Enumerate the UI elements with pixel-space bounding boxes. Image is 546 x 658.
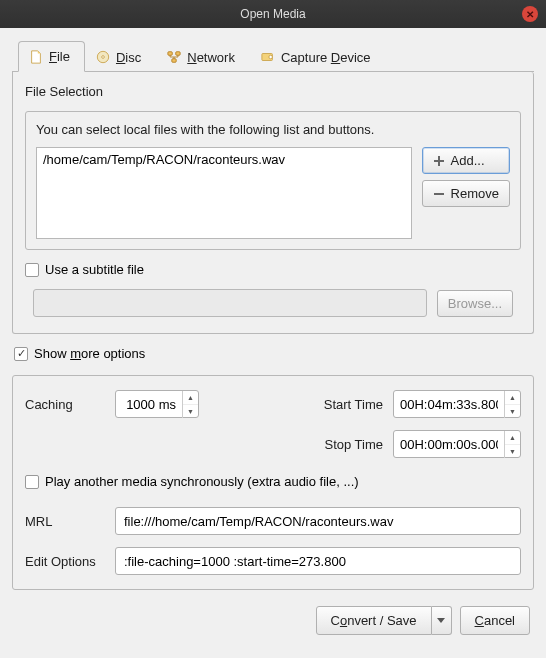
- spinner-arrows[interactable]: ▲▼: [504, 391, 520, 418]
- add-button[interactable]: Add...: [422, 147, 510, 174]
- footer: Convert / Save Cancel: [12, 600, 534, 639]
- titlebar: Open Media ✕: [0, 0, 546, 28]
- tab-network[interactable]: Network: [156, 41, 250, 72]
- disc-icon: [96, 50, 110, 64]
- file-icon: [29, 50, 43, 64]
- close-icon[interactable]: ✕: [522, 6, 538, 22]
- edit-options-label: Edit Options: [25, 554, 105, 569]
- subtitle-checkbox[interactable]: [25, 263, 39, 277]
- stop-time-spinner[interactable]: ▲▼: [393, 430, 521, 458]
- open-media-dialog: Open Media ✕ File Disc Network: [0, 0, 546, 658]
- plus-icon: [433, 155, 445, 167]
- file-list[interactable]: /home/cam/Temp/RACON/raconteurs.wav: [36, 147, 412, 239]
- file-panel: File Selection You can select local file…: [12, 72, 534, 334]
- subtitle-label: Use a subtitle file: [45, 262, 144, 277]
- subtitle-row: Use a subtitle file: [25, 262, 521, 277]
- svg-rect-3: [176, 52, 180, 56]
- spinner-arrows[interactable]: ▲▼: [182, 391, 198, 418]
- tab-disc[interactable]: Disc: [85, 41, 156, 72]
- stop-time-label: Stop Time: [324, 437, 383, 452]
- svg-point-6: [269, 55, 273, 59]
- tab-bar: File Disc Network Capture Device: [12, 40, 534, 72]
- chevron-down-icon[interactable]: ▼: [505, 405, 520, 418]
- chevron-down-icon[interactable]: ▼: [183, 405, 198, 418]
- play-sync-label: Play another media synchronously (extra …: [45, 474, 359, 489]
- mrl-label: MRL: [25, 514, 105, 529]
- file-selection-title: File Selection: [25, 84, 521, 99]
- remove-button[interactable]: Remove: [422, 180, 510, 207]
- caching-spinner[interactable]: ▲▼: [115, 390, 199, 418]
- chevron-up-icon[interactable]: ▲: [505, 391, 520, 405]
- svg-point-1: [102, 56, 105, 59]
- cancel-button[interactable]: Cancel: [460, 606, 530, 635]
- tab-capture-device[interactable]: Capture Device: [250, 41, 386, 72]
- mrl-input[interactable]: [115, 507, 521, 535]
- window-title: Open Media: [240, 7, 305, 21]
- play-sync-checkbox[interactable]: [25, 475, 39, 489]
- browse-button: Browse...: [437, 290, 513, 317]
- file-selection-hint: You can select local files with the foll…: [36, 122, 510, 137]
- convert-save-button[interactable]: Convert / Save: [316, 606, 432, 635]
- start-time-spinner[interactable]: ▲▼: [393, 390, 521, 418]
- chevron-down-icon: [437, 618, 445, 623]
- convert-save-dropdown[interactable]: [432, 606, 452, 635]
- network-icon: [167, 50, 181, 64]
- caching-label: Caching: [25, 397, 105, 412]
- tab-file[interactable]: File: [18, 41, 85, 72]
- start-time-label: Start Time: [324, 397, 383, 412]
- caching-input[interactable]: [116, 397, 182, 412]
- show-more-checkbox[interactable]: [14, 347, 28, 361]
- show-more-row: Show more options: [12, 344, 534, 365]
- svg-rect-4: [172, 59, 176, 63]
- file-selection-box: You can select local files with the foll…: [25, 111, 521, 250]
- minus-icon: [433, 188, 445, 200]
- file-list-item[interactable]: /home/cam/Temp/RACON/raconteurs.wav: [43, 152, 405, 167]
- chevron-up-icon[interactable]: ▲: [505, 431, 520, 445]
- edit-options-input[interactable]: [115, 547, 521, 575]
- start-time-input[interactable]: [394, 397, 504, 412]
- more-options-panel: Caching ▲▼ Start Time ▲▼ Stop Time ▲▼: [12, 375, 534, 590]
- chevron-up-icon[interactable]: ▲: [183, 391, 198, 405]
- spinner-arrows[interactable]: ▲▼: [504, 431, 520, 458]
- stop-time-input[interactable]: [394, 437, 504, 452]
- dialog-content: File Disc Network Capture Device File Se…: [0, 28, 546, 658]
- subtitle-path-input: [33, 289, 427, 317]
- capture-icon: [261, 50, 275, 64]
- svg-rect-2: [168, 52, 172, 56]
- chevron-down-icon[interactable]: ▼: [505, 445, 520, 458]
